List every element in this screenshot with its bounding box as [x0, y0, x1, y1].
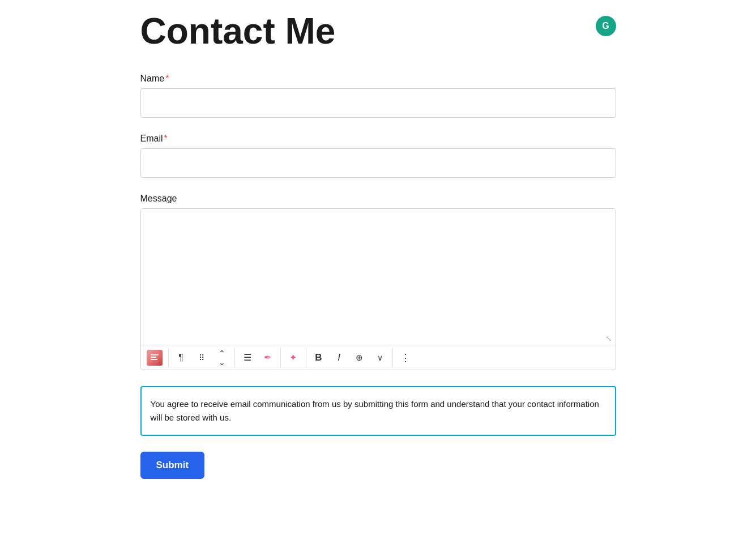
svg-rect-2 — [151, 359, 157, 360]
move-up-down-button[interactable]: ⌃⌄ — [212, 348, 232, 368]
link-button[interactable]: ⊕ — [349, 348, 370, 368]
consent-text: You agree to receive email communication… — [151, 397, 606, 425]
toolbar-grammarly-section — [141, 348, 169, 368]
submit-button[interactable]: Submit — [140, 452, 205, 479]
more-options-button[interactable]: ⋮ — [395, 348, 416, 368]
name-label: Name* — [140, 74, 616, 84]
italic-button[interactable]: I — [329, 348, 349, 368]
email-required-star: * — [164, 134, 168, 144]
message-toolbar: ¶ ⠿ ⌃⌄ ☰ — [141, 345, 616, 370]
sparkle-button[interactable]: ✦ — [283, 348, 304, 368]
message-wrapper: ⤡ — [141, 209, 616, 345]
toolbar-align-section: ☰ ✒ — [235, 348, 281, 368]
name-required-star: * — [165, 74, 169, 84]
name-field-group: Name* — [140, 74, 616, 118]
toolbar-paragraph-section: ¶ ⠿ ⌃⌄ — [169, 348, 235, 368]
name-input[interactable] — [140, 88, 616, 118]
message-textarea[interactable] — [141, 209, 616, 345]
message-field-group: Message ⤡ — [140, 194, 616, 370]
message-label: Message — [140, 194, 616, 204]
bold-button[interactable]: B — [309, 348, 329, 368]
drag-handle-button[interactable]: ⠿ — [191, 348, 212, 368]
page-header: Contact Me G — [140, 11, 616, 51]
align-button[interactable]: ☰ — [237, 348, 258, 368]
svg-rect-1 — [151, 357, 156, 358]
page-title: Contact Me — [140, 11, 336, 51]
toolbar-grammarly-button[interactable] — [144, 348, 165, 368]
toolbar-format-section: B I ⊕ ∨ — [306, 348, 393, 368]
email-input[interactable] — [140, 148, 616, 178]
consent-notice: You agree to receive email communication… — [140, 386, 616, 436]
paragraph-button[interactable]: ¶ — [171, 348, 191, 368]
grammarly-toolbar-icon — [147, 350, 163, 366]
grammarly-extension-icon[interactable]: G — [596, 16, 616, 36]
more-format-button[interactable]: ∨ — [370, 348, 390, 368]
contact-form: Name* Email* Message ⤡ — [140, 74, 616, 479]
email-field-group: Email* — [140, 134, 616, 178]
svg-rect-0 — [151, 354, 159, 355]
marker-button[interactable]: ✒ — [258, 348, 278, 368]
toolbar-ai-section: ✦ — [281, 348, 306, 368]
toolbar-more-section: ⋮ — [393, 348, 418, 368]
message-editor-container: ⤡ — [140, 208, 616, 370]
email-label: Email* — [140, 134, 616, 144]
